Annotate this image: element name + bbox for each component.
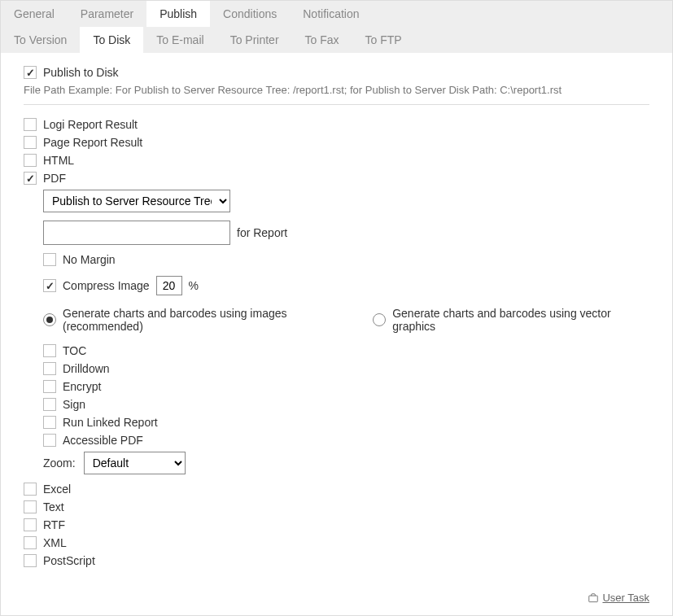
toc-label: TOC xyxy=(63,344,86,357)
drilldown-checkbox[interactable] xyxy=(43,362,56,375)
compress-image-label: Compress Image xyxy=(63,279,150,292)
page-report-result-label: Page Report Result xyxy=(43,136,142,149)
sign-label: Sign xyxy=(63,398,85,411)
tab-conditions[interactable]: Conditions xyxy=(210,1,290,27)
charts-images-radio[interactable] xyxy=(43,313,56,326)
toc-checkbox[interactable] xyxy=(43,344,56,357)
text-label: Text xyxy=(43,500,64,513)
user-task-icon xyxy=(588,592,599,604)
tab-to-version[interactable]: To Version xyxy=(1,27,80,53)
compress-image-input[interactable] xyxy=(156,276,182,295)
rtf-checkbox[interactable] xyxy=(24,518,37,531)
tab-to-ftp[interactable]: To FTP xyxy=(352,27,415,53)
xml-checkbox[interactable] xyxy=(24,536,37,549)
file-path-example: File Path Example: For Publish to Server… xyxy=(24,84,649,96)
no-margin-label: No Margin xyxy=(63,253,116,266)
excel-checkbox[interactable] xyxy=(24,483,37,496)
page-report-result-checkbox[interactable] xyxy=(24,136,37,149)
xml-label: XML xyxy=(43,536,67,549)
pdf-report-path-input[interactable] xyxy=(43,221,230,245)
charts-vector-label: Generate charts and barcodes using vecto… xyxy=(392,307,649,333)
tab-to-printer[interactable]: To Printer xyxy=(217,27,292,53)
logi-report-result-checkbox[interactable] xyxy=(24,118,37,131)
zoom-label: Zoom: xyxy=(43,457,76,470)
no-margin-checkbox[interactable] xyxy=(43,253,56,266)
zoom-select[interactable]: Default xyxy=(84,452,186,474)
postscript-checkbox[interactable] xyxy=(24,554,37,567)
user-task-link[interactable]: User Task xyxy=(588,592,649,604)
html-label: HTML xyxy=(43,154,74,167)
run-linked-label: Run Linked Report xyxy=(63,416,158,429)
sub-tabs: To Version To Disk To E-mail To Printer … xyxy=(1,27,672,53)
tab-to-fax[interactable]: To Fax xyxy=(292,27,352,53)
publish-to-disk-checkbox[interactable] xyxy=(24,66,37,79)
compress-image-checkbox[interactable] xyxy=(43,279,56,292)
postscript-label: PostScript xyxy=(43,554,95,567)
tab-general[interactable]: General xyxy=(1,1,68,27)
percent-label: % xyxy=(189,279,199,292)
run-linked-checkbox[interactable] xyxy=(43,416,56,429)
html-checkbox[interactable] xyxy=(24,154,37,167)
encrypt-checkbox[interactable] xyxy=(43,380,56,393)
charts-images-label: Generate charts and barcodes using image… xyxy=(63,307,361,333)
user-task-label: User Task xyxy=(602,592,649,604)
logi-report-result-label: Logi Report Result xyxy=(43,118,138,131)
accessible-pdf-checkbox[interactable] xyxy=(43,434,56,447)
svg-rect-0 xyxy=(589,596,598,602)
charts-vector-radio[interactable] xyxy=(373,313,386,326)
tab-publish[interactable]: Publish xyxy=(146,1,210,27)
main-tabs: General Parameter Publish Conditions Not… xyxy=(1,1,672,27)
pdf-checkbox[interactable] xyxy=(24,172,37,185)
divider xyxy=(24,104,649,105)
drilldown-label: Drilldown xyxy=(63,362,110,375)
sign-checkbox[interactable] xyxy=(43,398,56,411)
text-checkbox[interactable] xyxy=(24,500,37,513)
for-report-label: for Report xyxy=(237,226,287,239)
tab-parameter[interactable]: Parameter xyxy=(68,1,146,27)
tab-to-disk[interactable]: To Disk xyxy=(80,27,143,53)
publish-to-disk-label: Publish to Disk xyxy=(43,66,119,79)
pdf-destination-select[interactable]: Publish to Server Resource Tree xyxy=(43,190,230,212)
tab-to-email[interactable]: To E-mail xyxy=(143,27,216,53)
tab-notification[interactable]: Notification xyxy=(290,1,372,27)
excel-label: Excel xyxy=(43,483,71,496)
rtf-label: RTF xyxy=(43,518,65,531)
publish-to-disk-panel: Publish to Disk File Path Example: For P… xyxy=(1,53,672,616)
pdf-label: PDF xyxy=(43,172,66,185)
encrypt-label: Encrypt xyxy=(63,380,101,393)
accessible-pdf-label: Accessible PDF xyxy=(63,434,143,447)
